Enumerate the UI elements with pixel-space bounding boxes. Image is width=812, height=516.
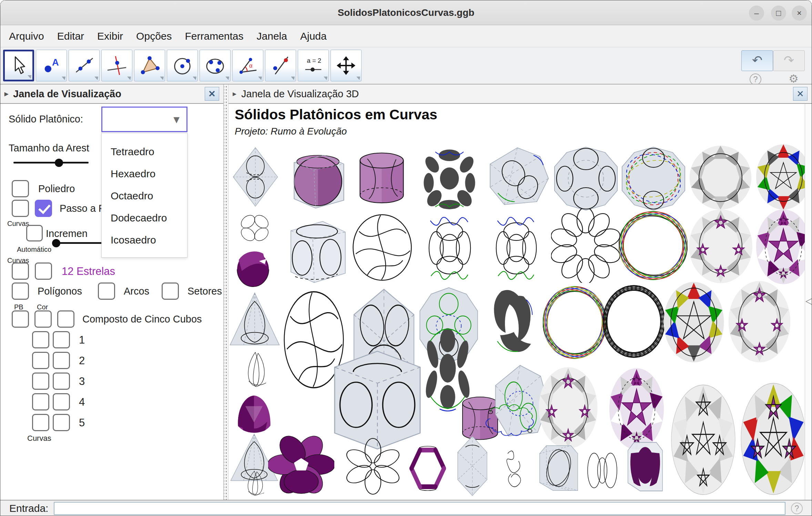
solid-thumbnail-dodeca [552,146,620,211]
menu-item-exibir[interactable]: Exibir [91,30,130,42]
panel-arrow-icon[interactable]: ▸ [233,89,236,98]
tool-dropdown-arrow-icon[interactable] [127,77,131,80]
undo-button[interactable]: ↶ [741,50,773,71]
redo-button[interactable]: ↷ [773,50,805,71]
tool-dropdown-arrow-icon[interactable] [356,77,360,80]
checkbox-cubo-3-cor[interactable] [53,373,70,390]
checkbox-cubo-4-pb[interactable] [32,393,49,410]
tool-dropdown-arrow-icon[interactable] [62,77,65,80]
solid-thumbnail-blob_purple [233,248,273,290]
solid-thumbnail-ring_ellipses [551,209,620,283]
minimize-button[interactable]: – [749,6,764,21]
title-bar[interactable]: SolidosPlatonicosCurvas.ggb – □ × [0,0,812,25]
solid-thumbnail-cube [277,211,348,285]
checkbox-estrelas-cor[interactable] [35,262,52,280]
tool-move-button[interactable] [3,50,34,81]
menu-item-opções[interactable]: Opções [130,30,178,42]
checkbox-composto-3[interactable] [57,310,74,328]
menu-item-janela[interactable]: Janela [250,30,294,42]
solid-thumbnail-black_wire [603,282,665,361]
main-area: ▸ Janela de Visualização ✕ Sólido Platôn… [0,85,812,500]
tool-dropdown-arrow-icon[interactable] [291,77,295,80]
checkbox-cubo-2-cor[interactable] [53,352,70,369]
algebra-input[interactable] [54,502,785,515]
graphics-view-3d-panel: ▸ Janela de Visualização 3D ✕ Sólidos Pl… [229,85,812,500]
menu-item-ferramentas[interactable]: Ferramentas [179,30,250,42]
solid-dropdown-list: TetraedroHexaedroOctaedroDodecaedroIcosa… [101,133,187,258]
checkbox-cubo-2-pb[interactable] [32,352,49,369]
tool-conic-button[interactable] [200,50,231,81]
close-button[interactable]: × [792,6,807,21]
reflect-about-line-icon [270,55,291,76]
application-window: SolidosPlatonicosCurvas.ggb – □ × Arquiv… [0,0,812,516]
dropdown-option-tetraedro[interactable]: Tetraedro [102,141,187,163]
checkbox-composto-pb[interactable] [12,310,29,328]
dropdown-option-icosaedro[interactable]: Icosaedro [102,229,187,251]
solid-thumbnail-star_gray [687,144,754,211]
tool-point-button[interactable]: A [36,50,67,81]
solids-gallery-canvas[interactable] [229,140,805,500]
checkbox-arcos[interactable] [98,282,115,300]
tool-dropdown-arrow-icon[interactable] [28,75,31,79]
left-panel-close-icon[interactable]: ✕ [205,87,219,101]
solid-dropdown[interactable]: ▼ [101,107,187,132]
tool-dropdown-arrow-icon[interactable] [258,77,262,80]
checkbox-setores[interactable] [162,282,179,300]
dropdown-option-octaedro[interactable]: Octaedro [102,185,187,207]
menu-item-editar[interactable]: Editar [51,30,91,42]
checkbox-composto-cor[interactable] [34,310,52,328]
menu-item-arquivo[interactable]: Arquivo [2,30,51,42]
tool-move-graphics-view-button[interactable] [331,50,362,81]
checkbox-passo-a-passo[interactable] [35,200,52,217]
increment-slider-thumb[interactable] [52,239,60,247]
tool-polygon-button[interactable] [134,50,165,81]
checkbox-poligonos[interactable] [12,282,29,300]
solid-thumbnail-star_color_big [661,280,727,364]
view-3d-content[interactable]: Sólidos Platônicos em Curvas Projeto: Ru… [229,104,812,500]
label-cubo-4: 4 [79,396,85,408]
checkbox-cubo-1-cor[interactable] [53,331,70,348]
tool-dropdown-arrow-icon[interactable] [94,77,98,80]
checkbox-cubo-4-cor[interactable] [53,393,70,410]
tool-reflect-about-line-button[interactable] [265,50,296,81]
maximize-button[interactable]: □ [771,6,786,21]
panel-arrow-icon[interactable]: ▸ [4,89,8,98]
edge-size-slider[interactable] [13,162,89,163]
tool-buttons: Aαa = 2 [3,50,362,81]
input-help-icon[interactable]: ? [791,503,803,514]
tool-dropdown-arrow-icon[interactable] [160,77,164,80]
checkbox-incremento[interactable] [26,225,43,241]
input-bar: Entrada: ? [0,500,812,516]
help-icon[interactable]: ? [750,73,761,85]
line-icon [73,55,95,76]
checkbox-poliedro[interactable] [12,180,29,197]
checkbox-cubo-5-pb[interactable] [32,414,49,431]
solid-thumbnail-cube_ovals [536,439,581,497]
solid-thumbnail-dark_ball [418,147,481,210]
right-panel-close-icon[interactable]: ✕ [793,87,808,101]
dropdown-option-dodecaedro[interactable]: Dodecaedro [102,207,187,229]
tool-line-button[interactable] [69,50,100,81]
solid-thumbnail-scallop_ring [480,396,539,447]
dropdown-option-hexaedro[interactable]: Hexaedro [102,163,187,185]
checkbox-estrelas-pb[interactable] [12,262,29,280]
tool-dropdown-arrow-icon[interactable] [225,77,229,80]
panel-divider-handle[interactable] [224,85,229,500]
tool-circle-center-point-button[interactable] [167,50,198,81]
view-subtitle: Projeto: Rumo à Evolução [235,126,347,137]
tool-dropdown-arrow-icon[interactable] [193,77,196,80]
checkbox-cubo-1-pb[interactable] [32,331,49,348]
checkbox-cubo-5-cor[interactable] [53,414,70,431]
collapse-panel-icon[interactable]: ◁ [805,296,812,306]
checkbox-cubo-3-pb[interactable] [32,373,49,390]
tool-perpendicular-line-button[interactable] [101,50,132,81]
view-title: Sólidos Platônicos em Curvas [235,107,437,123]
point-icon: A [41,55,62,76]
edge-size-slider-thumb[interactable] [55,159,63,167]
settings-gear-icon[interactable]: ⚙ [789,72,799,85]
tool-angle-button[interactable]: α [232,50,263,81]
menu-item-ajuda[interactable]: Ajuda [294,30,333,42]
tool-slider-button[interactable]: a = 2 [298,50,329,81]
tool-dropdown-arrow-icon[interactable] [324,77,327,80]
checkbox-curvas-passo[interactable] [12,200,29,217]
